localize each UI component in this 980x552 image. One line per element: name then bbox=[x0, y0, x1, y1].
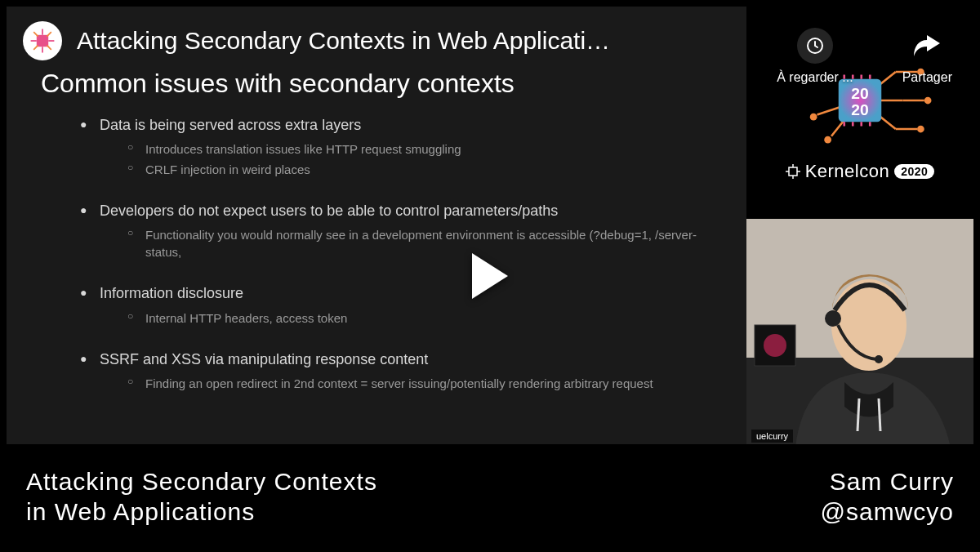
channel-avatar[interactable] bbox=[23, 21, 62, 60]
svg-text:20: 20 bbox=[851, 101, 868, 118]
clock-icon bbox=[797, 28, 833, 64]
video-player[interactable]: Attacking Secondary Contexts in Web Appl… bbox=[3, 3, 977, 549]
sub-bullet: Functionality you would normally see in … bbox=[127, 226, 725, 260]
svg-point-34 bbox=[825, 310, 841, 327]
bullet-text: Developers do not expect users to be abl… bbox=[100, 203, 558, 219]
presenter-name-tag: uelcurry bbox=[751, 430, 793, 443]
talk-title-line: Attacking Secondary Contexts bbox=[26, 466, 821, 497]
video-title[interactable]: Attacking Secondary Contexts in Web Appl… bbox=[77, 27, 610, 55]
svg-text:20: 20 bbox=[851, 85, 868, 102]
overlay-controls: À regarder ... Partager bbox=[777, 28, 952, 85]
presenter-camera: uelcurry bbox=[746, 219, 973, 447]
speaker-name: Sam Curry bbox=[821, 466, 954, 497]
sub-bullet: CRLF injection in weird places bbox=[127, 161, 725, 178]
talk-title: Attacking Secondary Contexts in Web Appl… bbox=[26, 466, 821, 528]
channel-logo-icon bbox=[28, 26, 57, 56]
svg-point-14 bbox=[810, 114, 817, 121]
play-button[interactable] bbox=[472, 253, 508, 299]
svg-point-39 bbox=[764, 334, 786, 357]
speaker-info: Sam Curry @samwcyo bbox=[821, 466, 954, 528]
bullet-text: SSRF and XSS via manipulating response c… bbox=[100, 351, 428, 367]
bullet-item: Developers do not expect users to be abl… bbox=[80, 201, 725, 260]
slide-heading: Common issues with secondary contexts bbox=[7, 69, 750, 115]
svg-line-37 bbox=[879, 398, 880, 431]
svg-rect-26 bbox=[789, 167, 797, 176]
svg-point-12 bbox=[917, 126, 924, 133]
share-icon bbox=[909, 28, 945, 64]
sub-bullet: Introduces translation issues like HTTP … bbox=[127, 140, 725, 158]
slide-bullets: Data is being served across extra layers… bbox=[7, 115, 750, 392]
share-button[interactable]: Partager bbox=[902, 28, 952, 85]
talk-title-line: in Web Applications bbox=[26, 496, 821, 528]
speaker-handle: @samwcyo bbox=[821, 496, 954, 528]
svg-point-35 bbox=[875, 355, 883, 363]
footer-strip: Attacking Secondary Contexts in Web Appl… bbox=[3, 444, 977, 549]
bullet-item: Information disclosure Internal HTTP hea… bbox=[80, 283, 725, 326]
bullet-item: Data is being served across extra layers… bbox=[80, 115, 725, 178]
brand-name: Kernelcon bbox=[805, 161, 890, 182]
svg-line-6 bbox=[47, 32, 51, 36]
watch-later-button[interactable]: À regarder ... bbox=[777, 28, 853, 85]
share-label: Partager bbox=[902, 70, 952, 85]
brand-year: 2020 bbox=[894, 164, 934, 179]
svg-point-13 bbox=[824, 136, 831, 144]
bullet-text: Information disclosure bbox=[100, 285, 243, 301]
conference-brand: Kernelcon 2020 bbox=[786, 161, 935, 182]
video-title-bar: Attacking Secondary Contexts in Web Appl… bbox=[7, 7, 750, 69]
bullet-text: Data is being served across extra layers bbox=[100, 117, 361, 133]
svg-line-7 bbox=[33, 45, 38, 49]
presentation-slide: Attacking Secondary Contexts in Web Appl… bbox=[7, 7, 750, 447]
svg-line-5 bbox=[33, 32, 38, 36]
watch-later-label: À regarder ... bbox=[777, 70, 853, 85]
sub-bullet: Finding an open redirect in 2nd context … bbox=[127, 375, 725, 392]
sub-bullet: Internal HTTP headers, access token bbox=[127, 309, 725, 327]
svg-line-8 bbox=[47, 45, 51, 49]
svg-line-36 bbox=[858, 398, 859, 431]
chip-icon bbox=[786, 164, 800, 179]
bullet-item: SSRF and XSS via manipulating response c… bbox=[80, 349, 725, 392]
svg-point-11 bbox=[924, 97, 932, 105]
svg-rect-0 bbox=[37, 35, 48, 47]
